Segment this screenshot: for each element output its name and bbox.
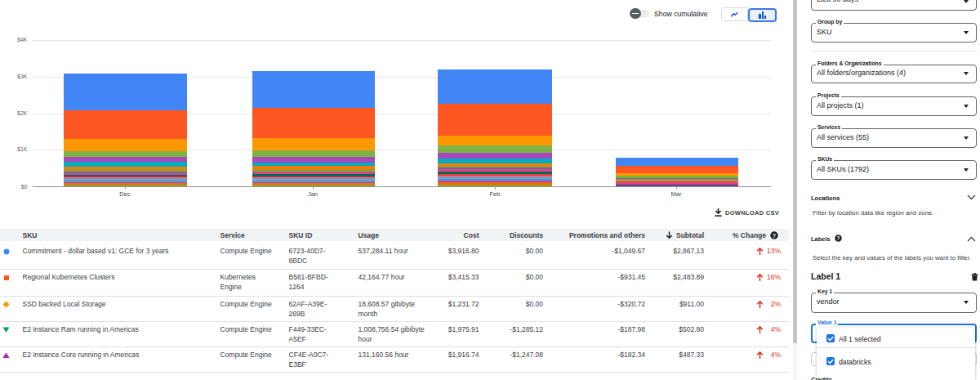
svg-text:?: ? [837, 235, 840, 241]
svg-text:?: ? [772, 232, 775, 239]
